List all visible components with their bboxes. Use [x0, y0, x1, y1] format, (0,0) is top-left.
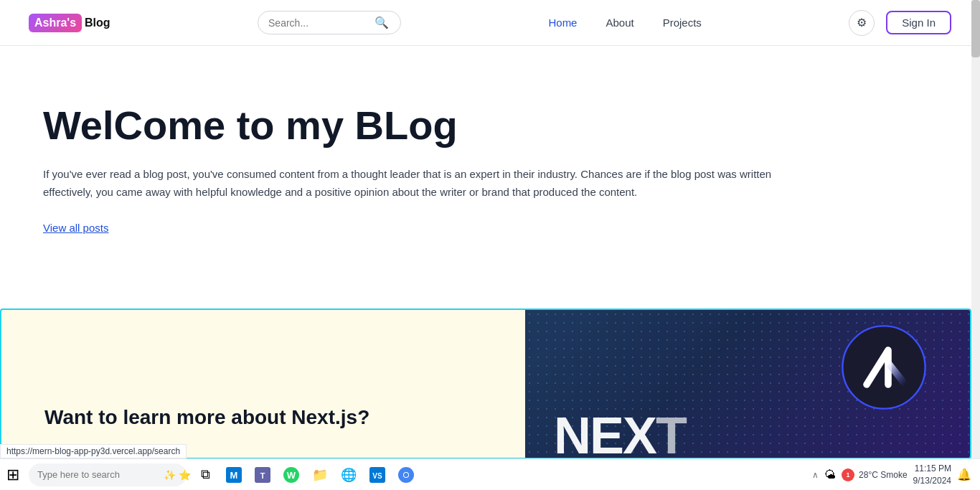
header-actions: ⚙ Sign In — [849, 10, 951, 36]
svg-text:W: W — [287, 470, 296, 481]
taskbar-search-input[interactable] — [37, 469, 158, 480]
start-button[interactable]: ⊞ — [0, 462, 26, 488]
notification-icon[interactable]: 🔔 — [957, 468, 971, 481]
logo: Ashra's Blog — [29, 14, 110, 32]
taskbar-app-email[interactable]: M — [221, 462, 247, 488]
search-container: 🔍 — [258, 11, 401, 34]
weather-info: 1 28°C Smoke — [842, 468, 908, 481]
featured-title: Want to learn more about Next.js? — [44, 406, 482, 429]
taskbar-date: 9/13/2024 — [913, 475, 951, 487]
featured-section: Want to learn more about Next.js? NEXT — [0, 308, 971, 459]
whatsapp-icon: W — [283, 467, 299, 483]
taskbar-app-whatsapp[interactable]: W — [278, 462, 304, 488]
nav-projects[interactable]: Projects — [663, 17, 702, 29]
svg-text:VS: VS — [372, 472, 382, 480]
weather-badge: 1 — [842, 468, 854, 481]
scrollbar[interactable] — [971, 0, 980, 459]
chevron-up-icon[interactable]: ∧ — [812, 470, 819, 480]
hero-section: WelCome to my BLog If you've ever read a… — [0, 46, 861, 278]
search-input[interactable] — [268, 17, 369, 29]
hero-title: WelCome to my BLog — [43, 103, 818, 148]
status-url: https://mern-blog-app-py3d.vercel.app/se… — [0, 444, 187, 458]
teams-icon: T — [255, 467, 270, 483]
vscode-icon: VS — [369, 467, 385, 483]
chrome-icon — [398, 467, 414, 483]
svg-point-0 — [842, 326, 925, 408]
taskbar-app-network[interactable]: 🌐 — [336, 462, 362, 488]
svg-text:M: M — [230, 470, 238, 481]
taskbar-clock[interactable]: 11:15 PM 9/13/2024 — [913, 463, 951, 487]
view-all-posts-link[interactable]: View all posts — [43, 222, 108, 234]
task-view-button[interactable]: ⧉ — [192, 462, 218, 488]
star-icon: ⭐ — [179, 469, 191, 481]
taskbar-app-chrome[interactable] — [393, 462, 419, 488]
logo-ashra[interactable]: Ashra's — [29, 14, 82, 32]
featured-text: Want to learn more about Next.js? — [1, 310, 525, 458]
email-app-icon: M — [226, 467, 242, 483]
weather-text: 28°C Smoke — [859, 470, 908, 480]
nav-about[interactable]: About — [606, 17, 633, 29]
taskbar-search-icons: ✨ ⭐ — [164, 469, 191, 481]
featured-image: NEXT — [525, 310, 970, 458]
taskbar-apps: ⧉ M T W 📁 🌐 VS — [192, 462, 419, 488]
logo-blog[interactable]: Blog — [85, 17, 110, 29]
hero-description: If you've ever read a blog post, you've … — [43, 165, 818, 202]
signin-button[interactable]: Sign In — [886, 11, 951, 34]
nextjs-icon — [841, 324, 927, 410]
weather-icon: 🌤 — [824, 468, 836, 481]
taskbar-app-file[interactable]: 📁 — [307, 462, 333, 488]
taskbar-search-container: ✨ ⭐ — [29, 463, 187, 486]
taskbar-time: 11:15 PM — [913, 463, 951, 475]
svg-text:T: T — [260, 471, 265, 480]
nav-home[interactable]: Home — [548, 17, 577, 29]
taskbar-app-vscode[interactable]: VS — [364, 462, 390, 488]
taskbar-app-teams[interactable]: T — [250, 462, 275, 488]
svg-point-11 — [404, 473, 408, 477]
gear-button[interactable]: ⚙ — [849, 10, 875, 36]
scrollbar-thumb[interactable] — [971, 0, 980, 57]
next-text: NEXT — [554, 406, 686, 458]
sparkle-icon: ✨ — [164, 469, 176, 481]
taskbar-right: ∧ 🌤 1 28°C Smoke 11:15 PM 9/13/2024 🔔 — [812, 463, 980, 487]
taskbar: ⊞ ✨ ⭐ ⧉ M T W 📁 — [0, 458, 980, 490]
search-icon: 🔍 — [374, 16, 389, 29]
nav: Home About Projects — [548, 17, 701, 29]
header: Ashra's Blog 🔍 Home About Projects ⚙ Sig… — [0, 0, 980, 46]
